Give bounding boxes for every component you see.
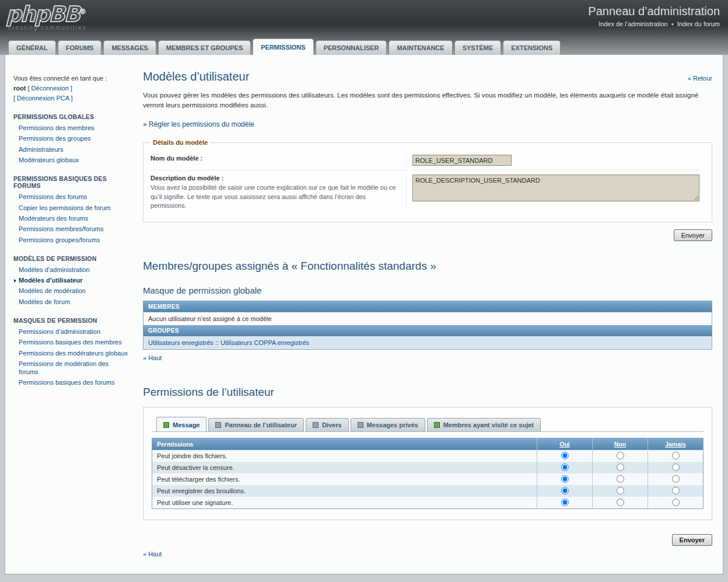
sidebar-item-link[interactable]: Modèles d’administration (19, 266, 90, 273)
group-row: Utilisateurs enregistrés :: Utilisateurs… (144, 336, 712, 350)
permission-radio-never[interactable] (672, 487, 680, 494)
permission-radio-never[interactable] (672, 499, 680, 506)
sidebar-item: Modèles d’administration (13, 264, 129, 275)
sidebar-item: Permissions des membres (13, 123, 129, 133)
tab-extensions[interactable]: EXTENSIONS (503, 40, 561, 55)
sidebar-item-link[interactable]: Permissions d’administration (19, 328, 100, 335)
sidebar-item-link[interactable]: Permissions des forums (19, 193, 87, 200)
sidebar-item-link[interactable]: Permissions basiques des membres (19, 339, 122, 346)
perm-tab-messages-prives[interactable]: Messages privés (351, 418, 425, 431)
forum-index-link[interactable]: Index du forum (677, 20, 720, 27)
role-name-input[interactable] (412, 155, 512, 166)
perm-row-label: Peut joindre des fichiers. (152, 450, 537, 462)
sidebar-item-link[interactable]: Administrateurs (19, 146, 63, 153)
sidebar-item-link[interactable]: Modèles de forum (19, 298, 70, 305)
sidebar-item: Permissions des modérateurs globaux (13, 348, 129, 358)
perm-tab-icon (163, 422, 169, 428)
perm-tab-label: Panneau de l’utilisateur (225, 421, 296, 428)
tab-membres-et-groupes[interactable]: MEMBRES ET GROUPES (158, 40, 251, 55)
footer: Développé par phpBB® Forum Software © ph… (0, 574, 728, 582)
perm-tab-membres-ayant-visite[interactable]: Membres ayant visité ce sujet (427, 418, 541, 431)
main-tab-bar: GÉNÉRAL FORUMS MESSAGES MEMBRES ET GROUP… (6, 39, 720, 55)
perm-tab-icon (215, 422, 221, 428)
set-role-permissions-link[interactable]: » Régler les permissions du modèle (143, 120, 254, 128)
permission-radio-never[interactable] (672, 463, 680, 471)
registered-mark: ® (79, 8, 85, 16)
perm-tab-message[interactable]: Message (156, 417, 206, 431)
permission-radio-no[interactable] (617, 499, 624, 506)
permission-radio-yes[interactable] (561, 463, 569, 471)
permission-radio-no[interactable] (617, 463, 624, 471)
permission-radio-no[interactable] (617, 452, 624, 459)
menu-section-permissions-basiques-forums: PERMISSIONS BASIQUES DES FORUMS Permissi… (13, 175, 129, 245)
permission-radio-never[interactable] (672, 475, 680, 483)
logout-pca-link[interactable]: [ Déconnexion PCA ] (13, 95, 73, 102)
perm-row: Peut utiliser une signature. (152, 497, 704, 509)
perm-row: Peut enregistrer des brouillons. (152, 485, 704, 497)
header: phpBB® creating communities Panneau d’ad… (0, 0, 728, 55)
sidebar-item-link[interactable]: Permissions groupes/forums (19, 236, 100, 243)
permission-radio-yes[interactable] (561, 499, 569, 506)
permission-radio-yes[interactable] (561, 475, 569, 483)
menu-section-masques-de-permission: MASQUES DE PERMISSION Permissions d’admi… (13, 317, 129, 388)
sidebar-item-link[interactable]: Copier les permissions de forum (19, 204, 111, 211)
col-never-link[interactable]: Jamais (665, 441, 686, 448)
top-link-bottom[interactable]: » Haut (143, 550, 162, 557)
logo-text: phpBB (6, 2, 79, 27)
sidebar-item-link[interactable]: Modérateurs des forums (19, 215, 88, 222)
tab-messages[interactable]: MESSAGES (103, 40, 156, 55)
tab-maintenance[interactable]: MAINTENANCE (388, 40, 452, 55)
submit-role-details-button[interactable]: Envoyer (674, 229, 712, 241)
perm-tab-panneau-utilisateur[interactable]: Panneau de l’utilisateur (208, 418, 303, 431)
phpbb-logo[interactable]: phpBB® creating communities (6, 4, 86, 31)
group-link[interactable]: Utilisateurs enregistrés :: Utilisateurs… (148, 339, 309, 346)
role-description-help: Vous avez la possibilité de saisir une c… (150, 183, 397, 210)
tab-personnaliser[interactable]: PERSONNALISER (316, 40, 387, 55)
permission-radio-yes[interactable] (561, 487, 569, 494)
sidebar-item-link[interactable]: Modérateurs globaux (19, 156, 79, 163)
permission-radio-never[interactable] (672, 452, 680, 459)
menu-section-modeles-de-permission: MODÈLES DE PERMISSION Modèles d’administ… (13, 255, 129, 307)
sidebar-item-link[interactable]: Permissions de modération des forums (19, 360, 108, 375)
tab-general[interactable]: GÉNÉRAL (8, 40, 56, 55)
submit-permissions-button[interactable]: Envoyer (672, 534, 712, 546)
permission-radio-no[interactable] (617, 487, 624, 494)
sidebar-item-link[interactable]: Permissions des groupes (19, 135, 91, 142)
admin-index-link[interactable]: Index de l’administration (598, 20, 668, 27)
perm-tab-icon (313, 422, 318, 428)
logout-link[interactable]: [ Déconnexion ] (27, 85, 72, 92)
sidebar-item-link[interactable]: Modèles de modération (19, 287, 86, 294)
sidebar-item-link[interactable]: Permissions des membres (19, 124, 94, 131)
tab-forums[interactable]: FORUMS (58, 40, 102, 55)
perm-tab-divers[interactable]: Divers (306, 418, 349, 431)
perm-tab-icon (434, 422, 440, 428)
header-nav: Index de l’administration • Index du for… (588, 20, 720, 27)
sidebar-item: Permissions groupes/forums (13, 235, 129, 245)
sidebar-item-link[interactable]: Permissions membres/forums (19, 225, 103, 232)
header-right: Panneau d’administration Index de l’admi… (588, 4, 720, 27)
perm-row-label: Peut enregistrer des brouillons. (152, 485, 537, 497)
sidebar-item-link[interactable]: Permissions des modérateurs globaux (19, 350, 128, 357)
perm-row-label: Peut désactiver la censure. (152, 462, 537, 473)
back-link[interactable]: « Retour (688, 75, 712, 82)
tab-permissions[interactable]: PERMISSIONS (253, 39, 313, 55)
role-description-textarea[interactable]: ROLE_DESCRIPTION_USER_STANDARD (412, 175, 699, 201)
perm-tab-label: Membres ayant visité ce sujet (443, 421, 534, 428)
permission-radio-no[interactable] (617, 475, 624, 483)
sidebar-item-link[interactable]: Permissions basiques des forums (19, 379, 114, 386)
sidebar-item: Copier les permissions de forum (13, 203, 129, 213)
top-link[interactable]: » Haut (143, 354, 162, 361)
col-yes-link[interactable]: Oui (559, 441, 570, 448)
perm-tab-icon (358, 422, 363, 428)
menu-section-title: MODÈLES DE PERMISSION (13, 255, 129, 262)
perm-tab-label: Messages privés (367, 421, 418, 428)
connected-as-label: Vous êtes connecté en tant que : (13, 74, 129, 83)
perm-row: Peut télécharger des fichiers. (152, 473, 704, 485)
tab-systeme[interactable]: SYSTÈME (454, 40, 502, 55)
sidebar-item: Modèles de modération (13, 285, 129, 296)
sidebar-item: Modérateurs globaux (13, 155, 129, 165)
mask-table: MEMBRES Aucun utilisateur n’est assigné … (143, 301, 712, 350)
sidebar-item-link-active[interactable]: Modèles d’utilisateur (19, 277, 82, 284)
permission-radio-yes[interactable] (561, 452, 569, 459)
col-no-link[interactable]: Non (614, 441, 626, 448)
